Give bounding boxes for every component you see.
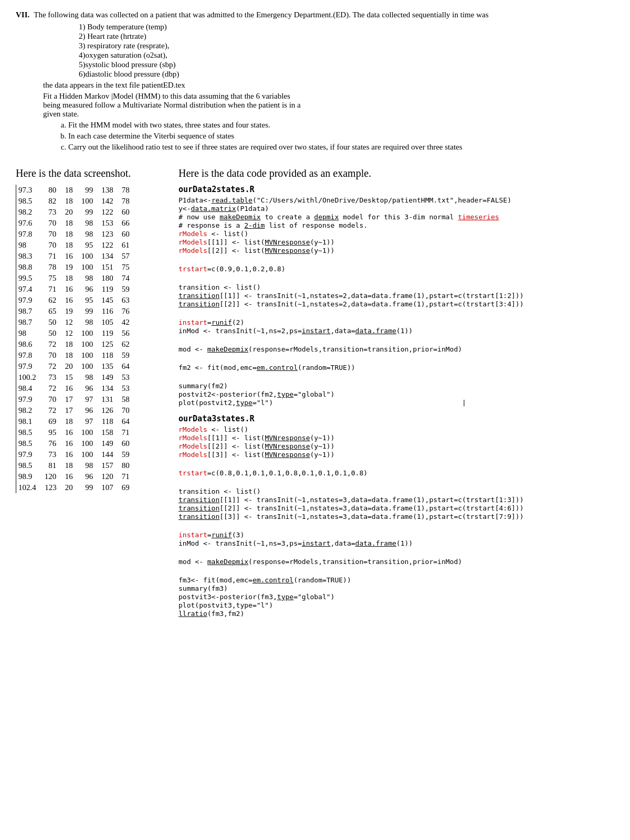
file-note: the data appears in the text file patien… <box>43 81 614 90</box>
table-row: 98.9120169612071 <box>16 471 134 482</box>
table-row: 98.750129810542 <box>16 317 134 328</box>
table-cell: 122 <box>97 207 118 218</box>
table-row: 98.8781910015175 <box>16 262 134 273</box>
cursor: | <box>273 399 466 407</box>
table-cell: 97 <box>77 416 98 427</box>
table-cell: 60 <box>118 207 134 218</box>
table-cell: 78 <box>118 185 134 196</box>
table-row: 98.5761610014960 <box>16 438 134 449</box>
table-cell: 70 <box>40 350 61 361</box>
table-cell: 16 <box>61 471 77 482</box>
table-cell: 125 <box>97 339 118 350</box>
table-cell: 100 <box>77 262 98 273</box>
code-line <box>178 273 614 281</box>
table-cell: 70 <box>40 229 61 240</box>
code-line <box>178 372 614 380</box>
table-row: 98.273209912260 <box>16 207 134 218</box>
table-cell: 66 <box>118 218 134 229</box>
table-cell: 57 <box>118 251 134 262</box>
table-row: 98.169189711864 <box>16 416 134 427</box>
code-line: inMod <- transInit(~1,ns=3,ps=instart,da… <box>178 539 614 547</box>
data-table: 97.38018991387898.582181001427898.273209… <box>16 185 134 493</box>
code-line: y<-data.matrix(P1data) <box>178 205 614 212</box>
code-line <box>178 521 614 529</box>
table-cell: 138 <box>97 185 118 196</box>
table-cell: 65 <box>40 306 61 317</box>
table-cell: 98.5 <box>16 438 40 449</box>
list-item-2: 2) Heart rate (hrtrate) <box>79 32 614 41</box>
table-cell: 100 <box>77 328 98 339</box>
code-line: plot(postvit3,type="l") <box>178 601 614 609</box>
table-cell: 180 <box>97 273 118 284</box>
table-cell: 100 <box>77 339 98 350</box>
table-cell: 99 <box>77 482 98 493</box>
code-line: plot(postvit2,type="l") | <box>178 399 614 407</box>
table-cell: 71 <box>118 471 134 482</box>
code-line: rModels <- list() <box>178 230 614 238</box>
table-cell: 97.8 <box>16 229 40 240</box>
section-intro: The following data was collected on a pa… <box>34 10 614 19</box>
table-cell: 71 <box>118 427 134 438</box>
table-cell: 76 <box>118 306 134 317</box>
code-title: ourData3states.R <box>178 414 614 423</box>
table-cell: 98 <box>77 317 98 328</box>
table-cell: 97.4 <box>16 284 40 295</box>
table-cell: 18 <box>61 350 77 361</box>
table-cell: 107 <box>97 482 118 493</box>
table-cell: 97 <box>77 394 98 405</box>
table-cell: 135 <box>97 361 118 372</box>
list-item-6: 6)diastolic blood pressure (dbp) <box>79 70 614 79</box>
table-cell: 99.5 <box>16 273 40 284</box>
table-cell: 75 <box>40 273 61 284</box>
table-cell: 12 <box>61 328 77 339</box>
code-line: # response is a 2-dim list of response m… <box>178 221 614 229</box>
code-line: rModels[[1]] <- list(MVNresponse(y~1)) <box>178 434 614 442</box>
table-cell: 118 <box>97 416 118 427</box>
table-cell: 99 <box>77 185 98 196</box>
code-line: rModels <- list() <box>178 426 614 433</box>
table-cell: 98.2 <box>16 405 40 416</box>
table-cell: 123 <box>97 229 118 240</box>
table-cell: 78 <box>40 262 61 273</box>
table-cell: 97.9 <box>16 295 40 306</box>
hmm-text: Fit a Hidden Markov |Model (HMM) to this… <box>43 92 614 119</box>
code-line <box>178 354 614 361</box>
table-cell: 58 <box>118 394 134 405</box>
table-cell: 96 <box>77 405 98 416</box>
table-cell: 97.8 <box>16 350 40 361</box>
table-cell: 60 <box>118 229 134 240</box>
table-cell: 18 <box>61 460 77 471</box>
table-cell: 53 <box>118 383 134 394</box>
code-line: fm2 <- fit(mod,emc=em.control(random=TRU… <box>178 364 614 371</box>
table-cell: 98.7 <box>16 306 40 317</box>
table-cell: 81 <box>40 460 61 471</box>
table-cell: 16 <box>61 251 77 262</box>
table-row: 102.4123209910769 <box>16 482 134 493</box>
table-cell: 98.5 <box>16 196 40 207</box>
table-row: 100.273159814953 <box>16 372 134 383</box>
table-cell: 120 <box>97 471 118 482</box>
table-cell: 59 <box>118 284 134 295</box>
section-header: VII. The following data was collected on… <box>16 10 614 19</box>
alpha-list: Fit the HMM model with two states, three… <box>58 121 614 152</box>
table-cell: 59 <box>118 449 134 460</box>
table-cell: 74 <box>118 273 134 284</box>
table-cell: 116 <box>97 306 118 317</box>
table-cell: 18 <box>61 339 77 350</box>
table-row: 98.581189815780 <box>16 460 134 471</box>
table-cell: 18 <box>61 185 77 196</box>
code-block-s1: ourData2states.RP1data<-read.table("C:/U… <box>178 185 614 407</box>
table-row: 98501210011956 <box>16 328 134 339</box>
table-row: 97.8701810011859 <box>16 350 134 361</box>
table-cell: 16 <box>61 295 77 306</box>
two-col-layout: Here is the data screenshot. 97.38018991… <box>16 167 614 625</box>
code-line <box>178 255 614 263</box>
table-cell: 18 <box>61 229 77 240</box>
table-cell: 62 <box>40 295 61 306</box>
code-line <box>178 477 614 485</box>
table-cell: 18 <box>61 240 77 251</box>
table-cell: 76 <box>40 438 61 449</box>
right-column: Here is the data code provided as an exa… <box>178 167 614 625</box>
table-cell: 72 <box>40 339 61 350</box>
table-cell: 97.6 <box>16 218 40 229</box>
